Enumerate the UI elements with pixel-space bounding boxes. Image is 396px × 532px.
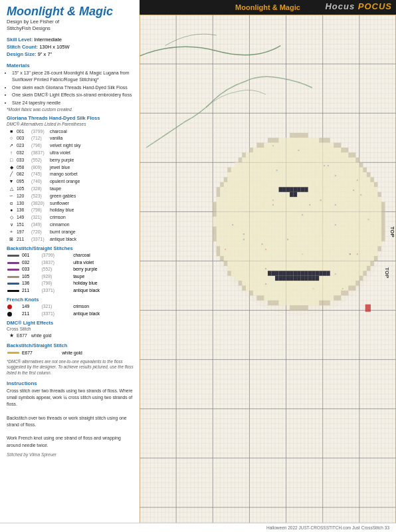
svg-rect-570 <box>264 192 268 197</box>
floss-name: berry purple <box>49 156 134 164</box>
svg-rect-988 <box>256 236 260 241</box>
svg-rect-1237 <box>359 261 363 265</box>
svg-rect-553 <box>363 187 367 192</box>
svg-rect-775 <box>338 211 342 216</box>
svg-rect-1435 <box>316 291 320 295</box>
svg-rect-833 <box>377 217 381 221</box>
svg-rect-926 <box>374 227 378 231</box>
svg-rect-400 <box>264 172 268 177</box>
svg-rect-431 <box>231 178 235 182</box>
svg-rect-787 <box>381 211 385 216</box>
svg-rect-1387 <box>246 286 250 291</box>
svg-rect-437 <box>253 178 257 182</box>
svg-rect-1014 <box>352 236 356 241</box>
svg-rect-1418 <box>253 291 257 295</box>
svg-rect-313 <box>345 158 349 162</box>
svg-rect-377 <box>319 168 323 172</box>
svg-rect-522 <box>249 187 253 192</box>
svg-rect-455 <box>319 178 323 182</box>
svg-rect-944 <box>268 231 272 236</box>
svg-rect-1287 <box>253 271 257 275</box>
svg-rect-1252 <box>268 266 272 271</box>
floss-alt: (552) <box>31 156 49 164</box>
svg-rect-995 <box>282 236 286 241</box>
svg-rect-393 <box>239 172 243 177</box>
svg-rect-965 <box>345 231 349 236</box>
svg-rect-981 <box>231 236 235 241</box>
svg-rect-222 <box>326 143 330 148</box>
svg-rect-701 <box>239 207 243 211</box>
svg-rect-1491 <box>275 271 279 275</box>
svg-rect-943 <box>264 231 268 236</box>
svg-rect-776 <box>341 211 345 216</box>
svg-rect-527 <box>268 187 272 192</box>
svg-rect-931 <box>220 231 224 236</box>
svg-rect-1169 <box>264 256 268 261</box>
svg-rect-618 <box>275 197 279 201</box>
svg-rect-184 <box>301 133 305 138</box>
svg-rect-1201 <box>227 261 231 265</box>
svg-rect-609 <box>242 197 246 201</box>
svg-rect-208 <box>275 143 279 148</box>
svg-rect-1416 <box>352 286 356 291</box>
svg-rect-852 <box>275 221 279 226</box>
svg-rect-994 <box>279 236 283 241</box>
svg-rect-912 <box>323 227 327 231</box>
svg-rect-238 <box>294 148 298 152</box>
svg-text:×: × <box>327 164 329 168</box>
svg-rect-1009 <box>334 236 338 241</box>
svg-rect-416 <box>323 172 327 177</box>
floss-alt: (321) <box>31 214 49 221</box>
floss-alt: (523) <box>31 192 49 200</box>
svg-rect-1071 <box>227 246 231 251</box>
svg-rect-517 <box>231 187 235 192</box>
svg-rect-1242 <box>231 266 235 271</box>
floss-row: ○ 003 (712) vanilla <box>7 135 134 142</box>
svg-text:×: × <box>272 144 274 148</box>
svg-rect-1273 <box>345 266 349 271</box>
svg-rect-1420 <box>260 291 264 295</box>
svg-rect-1012 <box>345 236 349 241</box>
svg-rect-548 <box>345 187 349 192</box>
svg-rect-182 <box>294 133 298 138</box>
svg-rect-1383 <box>348 281 352 285</box>
svg-rect-1064 <box>367 241 371 246</box>
svg-rect-1283 <box>239 271 243 275</box>
svg-rect-368 <box>286 168 290 172</box>
svg-rect-361 <box>260 168 264 172</box>
svg-rect-1519 <box>282 187 286 192</box>
svg-rect-806 <box>279 217 283 221</box>
svg-rect-1134 <box>294 251 298 256</box>
svg-rect-1355 <box>246 281 250 285</box>
svg-rect-1154 <box>367 251 371 256</box>
svg-rect-510 <box>367 182 371 187</box>
svg-rect-1129 <box>275 251 279 256</box>
svg-rect-780 <box>355 211 359 216</box>
svg-rect-594 <box>352 192 356 197</box>
svg-rect-549 <box>348 187 352 192</box>
svg-rect-1267 <box>323 266 327 271</box>
svg-rect-449 <box>297 178 301 182</box>
svg-rect-920 <box>352 227 356 231</box>
svg-rect-1453 <box>290 295 294 300</box>
svg-rect-1353 <box>239 281 243 285</box>
svg-rect-1312 <box>345 271 349 275</box>
svg-rect-252 <box>345 148 349 152</box>
svg-rect-358 <box>249 168 253 172</box>
svg-rect-1385 <box>355 281 359 285</box>
svg-rect-587 <box>326 192 330 197</box>
svg-rect-915 <box>334 227 338 231</box>
svg-rect-1364 <box>279 281 283 285</box>
svg-rect-767 <box>308 211 312 216</box>
svg-rect-346 <box>341 162 345 167</box>
svg-rect-1371 <box>304 281 308 285</box>
svg-rect-404 <box>279 172 283 177</box>
backstitch-name: charcoal <box>72 252 134 259</box>
svg-rect-1322 <box>249 276 253 281</box>
svg-rect-1114 <box>220 251 224 256</box>
svg-rect-1316 <box>359 271 363 275</box>
svg-rect-685 <box>352 202 356 207</box>
svg-rect-472 <box>227 182 231 187</box>
svg-rect-383 <box>341 168 345 172</box>
svg-rect-1352 <box>359 276 363 281</box>
